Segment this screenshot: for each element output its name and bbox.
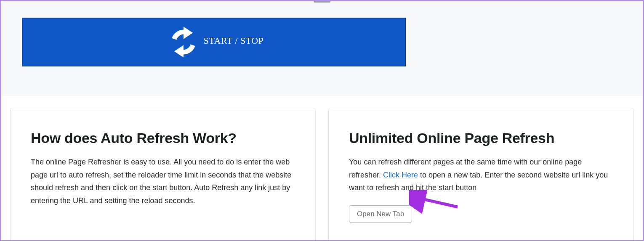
open-new-tab-button[interactable]: Open New Tab [349,205,412,223]
refresh-icon [164,23,203,61]
start-stop-button[interactable]: START / STOP [22,18,406,66]
top-region: START / STOP [1,1,643,96]
click-here-link[interactable]: Click Here [383,171,418,179]
cards-row: How does Auto Refresh Work? The online P… [1,96,643,241]
top-handle-decor [314,1,330,3]
card-title: How does Auto Refresh Work? [31,130,295,146]
card-body: You can refresh different pages at the s… [349,156,613,194]
card-unlimited-refresh: Unlimited Online Page Refresh You can re… [328,108,634,241]
card-how-it-works: How does Auto Refresh Work? The online P… [10,108,316,241]
start-stop-label: START / STOP [204,35,264,46]
card-title: Unlimited Online Page Refresh [349,130,613,146]
card-body: The online Page Refresher is easy to use… [31,156,295,207]
